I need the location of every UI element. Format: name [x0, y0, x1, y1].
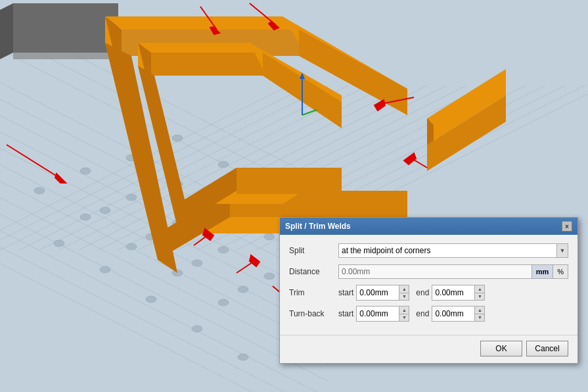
dialog-close-button[interactable]: ×	[562, 221, 572, 232]
turnback-start-up[interactable]: ▲	[399, 306, 409, 314]
svg-point-44	[218, 299, 229, 306]
svg-point-42	[126, 243, 137, 250]
svg-point-48	[192, 326, 202, 332]
trim-end-input[interactable]	[432, 285, 475, 300]
trim-start-down[interactable]: ▼	[399, 293, 409, 301]
turnback-start-label: start	[338, 309, 353, 318]
cancel-button[interactable]: Cancel	[526, 341, 568, 356]
trim-start-input[interactable]	[357, 285, 399, 300]
distance-row: Distance mm %	[289, 264, 568, 280]
turnback-group: start ▲ ▼ end ▲ ▼	[338, 306, 485, 322]
trim-end-up[interactable]: ▲	[475, 285, 484, 293]
trim-start-label: start	[338, 288, 353, 297]
unit-mm-button[interactable]: mm	[532, 264, 554, 279]
trim-row: Trim start ▲ ▼ end ▲ ▼	[289, 285, 568, 301]
split-select-wrapper[interactable]: at the midpoint of corners at the start …	[338, 243, 568, 258]
ok-button[interactable]: OK	[480, 341, 522, 356]
trim-end-spinbox[interactable]: ▲ ▼	[432, 285, 485, 301]
turnback-end-label: end	[416, 309, 429, 318]
unit-pct-button[interactable]: %	[553, 264, 568, 279]
turnback-end-arrows[interactable]: ▲ ▼	[475, 306, 484, 321]
svg-point-64	[172, 135, 183, 141]
svg-point-53	[238, 286, 248, 293]
trim-start-spinbox[interactable]: ▲ ▼	[356, 285, 409, 301]
svg-point-47	[146, 296, 156, 303]
svg-marker-70	[13, 53, 118, 59]
svg-point-63	[264, 233, 275, 240]
split-label: Split	[289, 246, 338, 255]
svg-point-56	[126, 194, 137, 201]
turnback-start-arrows[interactable]: ▲ ▼	[399, 306, 409, 321]
trim-label: Trim	[289, 288, 338, 297]
trim-end-down[interactable]: ▼	[475, 293, 484, 301]
svg-point-41	[80, 214, 91, 220]
turnback-start-input[interactable]	[357, 306, 399, 321]
split-select[interactable]: at the midpoint of corners at the start …	[338, 243, 568, 258]
trim-start-arrows[interactable]: ▲ ▼	[399, 285, 409, 300]
trim-end-label: end	[416, 288, 429, 297]
svg-point-65	[218, 161, 229, 168]
svg-marker-68	[13, 3, 118, 53]
turnback-end-up[interactable]: ▲	[475, 306, 484, 314]
svg-marker-88	[237, 168, 342, 194]
turnback-start-spinbox[interactable]: ▲ ▼	[356, 306, 409, 322]
svg-marker-83	[151, 53, 263, 76]
svg-point-58	[218, 247, 229, 253]
trim-start-up[interactable]: ▲	[399, 285, 409, 293]
svg-point-52	[192, 260, 202, 266]
trim-end-arrows[interactable]: ▲ ▼	[475, 285, 484, 300]
svg-marker-69	[0, 3, 13, 59]
svg-point-40	[34, 187, 45, 194]
distance-input-wrapper: mm %	[338, 264, 568, 279]
turnback-label: Turn-back	[289, 309, 338, 318]
turnback-start-down[interactable]: ▼	[399, 314, 409, 322]
svg-point-59	[264, 273, 275, 280]
split-row: Split at the midpoint of corners at the …	[289, 243, 568, 258]
trim-group: start ▲ ▼ end ▲ ▼	[338, 285, 485, 301]
svg-point-46	[100, 266, 110, 273]
dialog-title: Split / Trim Welds	[285, 222, 351, 231]
dialog-titlebar[interactable]: Split / Trim Welds ×	[280, 218, 577, 235]
turnback-end-spinbox[interactable]: ▲ ▼	[432, 306, 485, 322]
svg-marker-81	[138, 43, 263, 53]
svg-point-49	[238, 354, 248, 360]
turnback-end-input[interactable]	[432, 306, 475, 321]
distance-label: Distance	[289, 267, 338, 276]
dialog-footer: OK Cancel	[280, 335, 577, 363]
turnback-end-down[interactable]: ▼	[475, 314, 484, 322]
distance-input[interactable]	[338, 264, 532, 279]
turnback-row: Turn-back start ▲ ▼ end ▲ ▼	[289, 306, 568, 322]
split-trim-welds-dialog: Split / Trim Welds × Split at the midpoi…	[279, 217, 578, 364]
svg-point-45	[54, 240, 64, 247]
dialog-body: Split at the midpoint of corners at the …	[280, 235, 577, 335]
svg-point-50	[100, 207, 110, 214]
svg-point-55	[80, 168, 91, 174]
